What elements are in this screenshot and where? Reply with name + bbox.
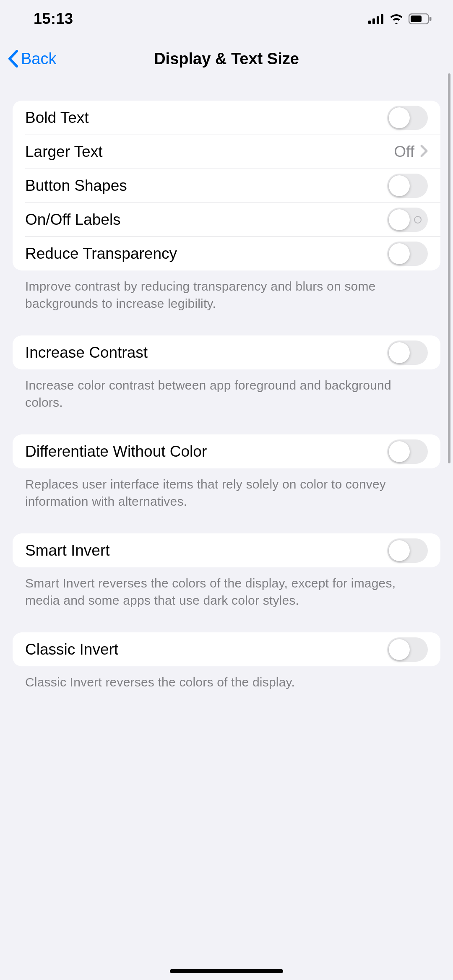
row-label: On/Off Labels [25,211,121,229]
nav-header: Back Display & Text Size [0,38,453,80]
group-footer: Classic Invert reverses the colors of th… [13,666,440,691]
increase-contrast-toggle[interactable] [387,341,428,365]
page-title: Display & Text Size [154,50,299,68]
content: Bold Text Larger Text Off Button Shapes … [0,80,453,691]
row-label: Smart Invert [25,542,110,559]
svg-rect-6 [430,17,432,21]
row-increase-contrast[interactable]: Increase Contrast [13,335,440,369]
wifi-icon [389,14,404,24]
row-larger-text[interactable]: Larger Text Off [13,135,440,169]
settings-group: Increase Contrast [13,335,440,369]
button-shapes-toggle[interactable] [387,174,428,198]
bold-text-toggle[interactable] [387,106,428,130]
scroll-indicator[interactable] [448,73,450,463]
svg-rect-1 [372,18,375,24]
status-icons [368,13,432,24]
row-reduce-transparency[interactable]: Reduce Transparency [13,237,440,270]
group-footer: Replaces user interface items that rely … [13,468,440,510]
row-on-off-labels[interactable]: On/Off Labels [13,203,440,237]
row-label: Bold Text [25,109,89,127]
settings-group: Classic Invert [13,632,440,666]
row-label: Increase Contrast [25,344,148,361]
back-label: Back [21,50,56,68]
settings-group: Bold Text Larger Text Off Button Shapes … [13,101,440,270]
row-button-shapes[interactable]: Button Shapes [13,169,440,203]
row-smart-invert[interactable]: Smart Invert [13,533,440,567]
svg-rect-5 [411,16,422,22]
row-differentiate-without-color[interactable]: Differentiate Without Color [13,434,440,468]
cellular-signal-icon [368,14,384,24]
differentiate-without-color-toggle[interactable] [387,439,428,464]
row-label: Button Shapes [25,177,127,195]
on-off-labels-toggle[interactable] [387,208,428,232]
chevron-right-icon [420,145,428,159]
chevron-left-icon [8,50,18,68]
row-bold-text[interactable]: Bold Text [13,101,440,135]
group-footer: Improve contrast by reducing transparenc… [13,270,440,312]
row-label: Larger Text [25,143,102,161]
battery-icon [409,13,432,24]
status-time: 15:13 [34,10,73,28]
group-footer: Increase color contrast between app fore… [13,369,440,411]
row-value: Off [394,143,414,161]
classic-invert-toggle[interactable] [387,637,428,662]
settings-group: Smart Invert [13,533,440,567]
group-footer: Smart Invert reverses the colors of the … [13,567,440,609]
row-label: Differentiate Without Color [25,443,207,460]
home-indicator[interactable] [170,969,283,973]
row-classic-invert[interactable]: Classic Invert [13,632,440,666]
smart-invert-toggle[interactable] [387,538,428,563]
back-button[interactable]: Back [0,50,56,68]
reduce-transparency-toggle[interactable] [387,242,428,266]
svg-rect-3 [381,14,383,24]
row-label: Reduce Transparency [25,245,177,263]
status-bar: 15:13 [0,0,453,38]
settings-group: Differentiate Without Color [13,434,440,468]
svg-rect-2 [377,16,379,24]
svg-rect-0 [368,21,371,24]
row-label: Classic Invert [25,641,118,658]
